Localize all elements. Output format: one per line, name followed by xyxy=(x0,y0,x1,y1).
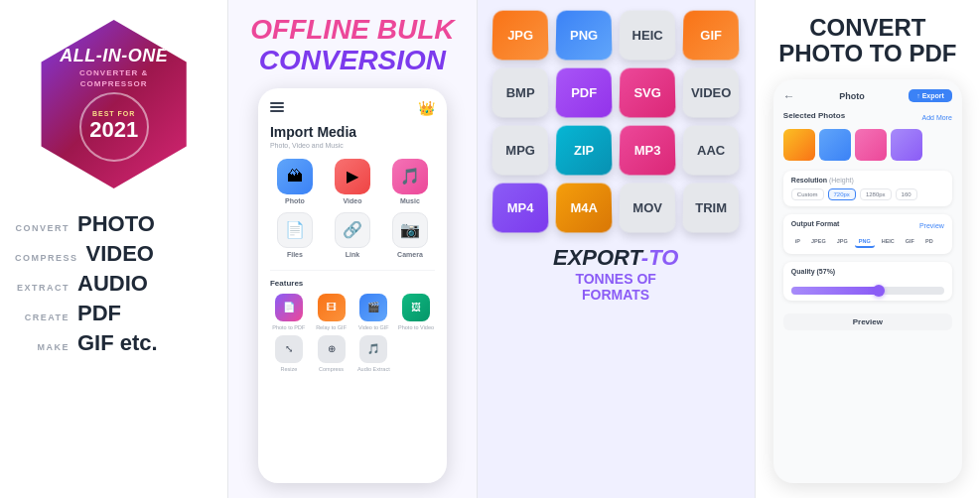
format-tile-video[interactable]: VIDEO xyxy=(683,68,741,118)
panel4-title-text: CONVERTPHOTO TO PDF xyxy=(778,14,956,66)
res-160[interactable]: 160 xyxy=(896,188,917,200)
res-720[interactable]: 720px xyxy=(828,188,856,200)
phone2-header: ← Photo ↑ Export xyxy=(783,89,952,103)
hamburger-icon[interactable] xyxy=(270,102,284,114)
resize-label: Resize xyxy=(280,366,297,372)
format-tile-mp4[interactable]: MP4 xyxy=(491,184,549,233)
video-icon: ▶ xyxy=(335,159,370,194)
format-tile-mov[interactable]: MOV xyxy=(619,184,676,233)
output-format-group: Output Format Preview iP JPEG JPG PNG HE… xyxy=(783,214,952,254)
feature-photo-video[interactable]: 🖼 Photo to Video xyxy=(397,294,435,330)
quality-slider[interactable] xyxy=(791,287,944,295)
phone2-screen-title: Photo xyxy=(839,91,865,101)
format-tile-trim[interactable]: TRIM xyxy=(683,184,741,233)
feature-compress[interactable]: ⊕ Compress xyxy=(313,335,350,372)
quality-thumb xyxy=(873,285,885,297)
format-tile-heic[interactable]: HEIC xyxy=(619,11,676,61)
fmt-jpeg[interactable]: JPEG xyxy=(807,236,830,248)
files-icon: 📄 xyxy=(277,212,313,248)
preview-link[interactable]: Preview xyxy=(919,222,944,229)
panel-convert-photo-pdf: CONVERTPHOTO TO PDF ← Photo ↑ Export Sel… xyxy=(756,0,980,498)
camera-icon: 📷 xyxy=(392,212,428,248)
badge-year: 2021 xyxy=(89,117,138,143)
relay-gif-label: Relay to GIF xyxy=(316,324,347,330)
res-1280[interactable]: 1280px xyxy=(860,188,892,200)
resolution-options: Custom 720px 1280px 160 xyxy=(791,188,944,200)
video-gif-icon: 🎬 xyxy=(359,294,387,321)
relay-gif-icon: 🎞 xyxy=(318,294,346,321)
photo-pdf-icon: 📄 xyxy=(275,294,303,321)
title-line2: CONVERSION xyxy=(250,46,454,76)
photos-row xyxy=(783,129,952,161)
format-tile-bmp[interactable]: BMP xyxy=(491,68,549,118)
feature-audio-extract[interactable]: 🎵 Audio Extract xyxy=(354,335,392,372)
export-title: EXPORT-TO xyxy=(553,245,678,271)
format-tile-gif[interactable]: GIF xyxy=(683,11,741,61)
phone-mockup-2: ← Photo ↑ Export Selected Photos Add Mor… xyxy=(773,79,962,483)
panel2-title: OFFLINE BULK CONVERSION xyxy=(250,15,454,76)
fmt-gif[interactable]: GIF xyxy=(902,236,918,248)
feature-photo-pdf[interactable]: 📄 Photo to PDF xyxy=(270,294,308,330)
format-tile-zip[interactable]: ZIP xyxy=(555,126,613,176)
fmt-png[interactable]: PNG xyxy=(855,236,875,248)
selected-photos-label: Selected Photos xyxy=(783,111,845,120)
feature-relay-gif[interactable]: 🎞 Relay to GIF xyxy=(313,294,350,330)
panel-allinone: ALL-IN-ONE CONVERTER & COMPRESSOR BEST F… xyxy=(0,0,227,498)
feature-value: GIF etc. xyxy=(77,330,158,356)
feature-resize[interactable]: ⤡ Resize xyxy=(270,335,308,372)
settings-section: Resolution (Height) Custom 720px 1280px … xyxy=(783,171,952,330)
format-tile-svg[interactable]: SVG xyxy=(619,68,676,118)
format-tile-mpg[interactable]: MPG xyxy=(491,126,549,176)
media-camera[interactable]: 📷 Camera xyxy=(385,212,435,258)
feature-label: COMPRESS xyxy=(15,253,78,263)
export-subtitle-tonnes: TONNES OF xyxy=(553,271,678,287)
fmt-heic[interactable]: HEIC xyxy=(878,236,899,248)
add-more-link[interactable]: Add More xyxy=(921,114,951,121)
feature-video-gif[interactable]: 🎬 Video to GIF xyxy=(354,294,392,330)
back-arrow-icon[interactable]: ← xyxy=(783,89,795,103)
format-tile-mp3[interactable]: MP3 xyxy=(619,126,676,176)
export-button[interactable]: ↑ Export xyxy=(909,89,952,102)
photo-thumb-3 xyxy=(855,129,887,161)
export-subtitle-formats: FORMATS xyxy=(553,287,678,303)
export-section: EXPORT-TO TONNES OF FORMATS xyxy=(553,245,678,303)
media-link[interactable]: 🔗 Link xyxy=(328,212,377,258)
format-tile-png[interactable]: PNG xyxy=(555,11,613,61)
badge-best-label: BEST FOR xyxy=(92,110,135,117)
media-video[interactable]: ▶ Video xyxy=(328,159,377,204)
feature-value: AUDIO xyxy=(77,271,148,297)
format-tile-aac[interactable]: AAC xyxy=(683,126,741,176)
format-tile-jpg[interactable]: JPG xyxy=(491,11,549,61)
features-section: Features 📄 Photo to PDF 🎞 Relay to GIF 🎬… xyxy=(270,270,435,372)
media-files[interactable]: 📄 Files xyxy=(270,212,320,258)
feature-item-make: MAKE GIF etc. xyxy=(15,330,212,356)
preview-button[interactable]: Preview xyxy=(783,313,952,330)
res-custom[interactable]: Custom xyxy=(791,188,824,200)
link-label: Link xyxy=(346,251,359,258)
quality-title: Quality (57%) xyxy=(791,268,944,275)
media-music[interactable]: 🎵 Music xyxy=(385,159,435,204)
output-format-title: Output Format xyxy=(791,220,840,227)
title-line1: OFFLINE BULK xyxy=(250,15,454,46)
feature-value: PDF xyxy=(77,301,121,326)
selected-photos-section: Selected Photos Add More xyxy=(783,111,952,171)
resize-icon: ⤡ xyxy=(275,335,303,363)
badge-subtitle-1: CONVERTER & xyxy=(79,68,148,77)
video-label: Video xyxy=(343,197,361,204)
music-label: Music xyxy=(400,197,420,204)
fmt-pd[interactable]: PD xyxy=(921,236,937,248)
fmt-jpg[interactable]: JPG xyxy=(833,236,852,248)
format-tile-m4a[interactable]: M4A xyxy=(555,184,613,233)
badge-subtitle-2: COMPRESSOR xyxy=(80,79,148,88)
compress-label: Compress xyxy=(319,366,344,372)
feature-label: MAKE xyxy=(15,342,70,352)
fmt-ip[interactable]: iP xyxy=(791,236,804,248)
import-subtitle: Photo, Video and Music xyxy=(270,142,435,149)
features-label: Features xyxy=(270,279,435,288)
media-photo[interactable]: 🏔 Photo xyxy=(270,159,320,204)
feature-list: CONVERT PHOTO COMPRESS VIDEO EXTRACT AUD… xyxy=(15,211,212,356)
feature-item-compress: COMPRESS VIDEO xyxy=(15,241,212,267)
format-tile-pdf[interactable]: PDF xyxy=(555,68,613,118)
link-icon: 🔗 xyxy=(335,212,370,248)
panel4-title: CONVERTPHOTO TO PDF xyxy=(778,15,956,67)
